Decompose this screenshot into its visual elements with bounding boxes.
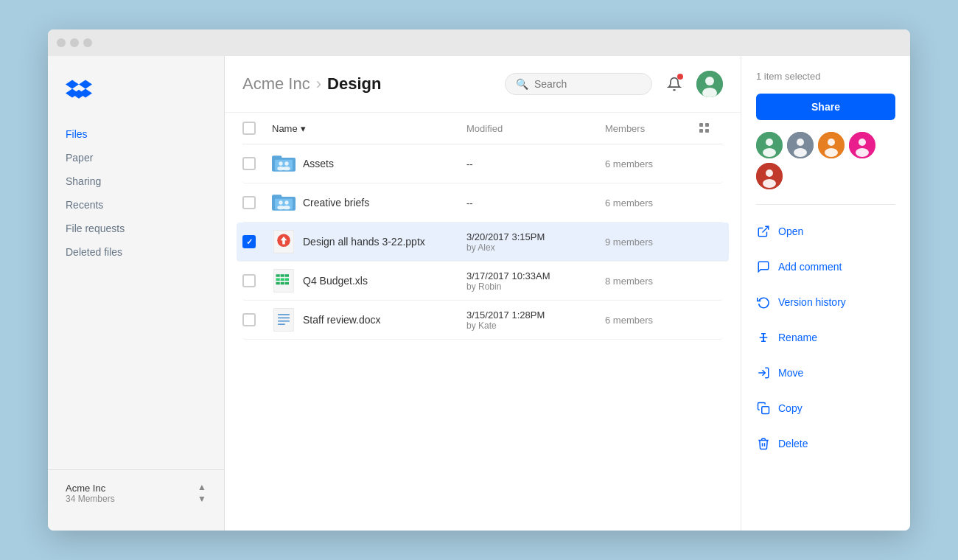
svg-point-16 [283,206,290,209]
sidebar: Files Paper Sharing Recents File request… [48,56,225,531]
search-box[interactable]: 🔍 [505,73,652,95]
name-column-header[interactable]: Name ▾ [272,123,461,134]
sidebar-chevron-icon[interactable]: ▲ ▼ [197,482,206,504]
members-creative-briefs: 6 members [605,197,653,209]
window-body: Files Paper Sharing Recents File request… [48,56,910,531]
delete-icon [756,436,771,451]
checkbox-q4-budget[interactable] [242,274,256,287]
titlebar [48,29,910,56]
svg-rect-56 [762,407,769,414]
action-delete[interactable]: Delete [756,432,895,455]
action-version-history[interactable]: Version history [756,290,895,314]
filename-design-all-hands: Design all hands 3-22.pptx [303,236,425,248]
sidebar-item-file-requests[interactable]: File requests [57,217,215,240]
members-assets: 6 members [605,158,653,169]
action-copy[interactable]: Copy [756,396,895,420]
modified-date-q4-budget: 3/17/2017 10:33AM [466,270,599,281]
action-rename[interactable]: Rename [756,326,895,349]
modified-date-design-all-hands: 3/20/2017 3:15PM [466,231,599,242]
select-all-checkbox[interactable] [242,122,256,135]
member-avatars [756,132,895,189]
checkbox-staff-review[interactable] [242,313,256,326]
svg-point-41 [828,139,835,146]
modified-date-staff-review: 3/15/2017 1:28PM [466,309,599,321]
actions-divider [756,204,895,205]
file-row-design-all-hands[interactable]: Design all hands 3-22.pptx 3/20/2017 3:1… [237,223,729,262]
file-table-header: Name ▾ Modified Members [242,113,723,144]
main-header: Acme Inc › Design 🔍 [225,56,741,113]
breadcrumb-separator: › [316,74,321,94]
maximize-button[interactable] [83,38,92,47]
user-avatar[interactable] [696,71,723,97]
xls-icon [272,269,296,293]
share-button[interactable]: Share [756,94,895,120]
members-q4-budget: 8 members [605,276,653,287]
sidebar-item-paper[interactable]: Paper [57,146,215,169]
sidebar-member-count: 34 Members [66,494,115,504]
svg-point-6 [279,161,282,165]
modified-by-q4-budget: by Robin [466,281,599,292]
sidebar-org-name: Acme Inc [66,483,115,494]
file-row-assets[interactable]: Assets -- 6 members [242,144,723,183]
svg-point-47 [766,169,773,177]
svg-point-14 [284,200,288,204]
svg-point-9 [283,167,290,170]
checkbox-design-all-hands[interactable] [242,235,256,248]
sidebar-item-sharing[interactable]: Sharing [57,169,215,193]
main-content: Acme Inc › Design 🔍 [225,56,741,531]
svg-point-8 [277,167,284,170]
folder-icon-creative-briefs [272,191,296,214]
member-avatar-4[interactable] [849,132,875,158]
selected-info: 1 item selected [756,71,895,82]
svg-line-49 [763,226,769,232]
members-staff-review: 6 members [605,315,653,326]
file-row-creative-briefs[interactable]: Creative briefs -- 6 members [242,183,723,223]
actions-column-header [699,123,723,133]
member-avatar-3[interactable] [818,132,845,158]
svg-rect-24 [281,279,284,281]
checkbox-creative-briefs[interactable] [242,196,256,209]
comment-icon [756,259,771,274]
modified-by-staff-review: by Kate [466,321,599,331]
file-row-staff-review[interactable]: Staff review.docx 3/15/2017 1:28PM by Ka… [242,301,723,340]
svg-point-35 [766,139,773,146]
svg-point-48 [763,179,776,188]
member-avatar-1[interactable] [756,132,783,158]
avatar-image [696,71,723,97]
notification-dot [677,74,683,80]
minimize-button[interactable] [70,38,79,47]
svg-point-13 [279,200,282,204]
modified-by-design-all-hands: by Alex [466,242,599,253]
breadcrumb-current: Design [327,74,381,94]
svg-point-42 [825,148,838,157]
sidebar-item-files[interactable]: Files [57,122,215,146]
filename-assets: Assets [303,158,334,169]
svg-rect-25 [285,279,289,281]
action-move[interactable]: Move [756,361,895,385]
modified-column-header: Modified [466,123,599,134]
modified-date-assets: -- [466,158,599,169]
notifications-button[interactable] [661,71,688,97]
sidebar-item-deleted-files[interactable]: Deleted files [57,240,215,264]
modified-date-creative-briefs: -- [466,197,599,209]
checkbox-assets[interactable] [242,157,256,170]
search-input[interactable] [534,78,641,90]
action-open[interactable]: Open [756,220,895,243]
svg-rect-21 [281,274,284,277]
action-add-comment[interactable]: Add comment [756,255,895,279]
folder-icon-assets [272,152,296,175]
history-icon [756,295,771,309]
breadcrumb-parent[interactable]: Acme Inc [242,74,310,94]
sidebar-item-recents[interactable]: Recents [57,193,215,217]
svg-rect-4 [272,155,282,159]
svg-point-7 [284,161,288,165]
close-button[interactable] [57,38,66,47]
view-toggle-icon[interactable] [699,123,710,133]
file-row-q4-budget[interactable]: Q4 Budget.xls 3/17/2017 10:33AM by Robin… [242,262,723,301]
member-avatar-2[interactable] [787,132,814,158]
svg-point-44 [859,139,866,146]
svg-rect-23 [276,279,280,281]
svg-point-38 [797,139,804,146]
docx-icon [272,308,296,332]
member-avatar-5[interactable] [756,163,783,189]
